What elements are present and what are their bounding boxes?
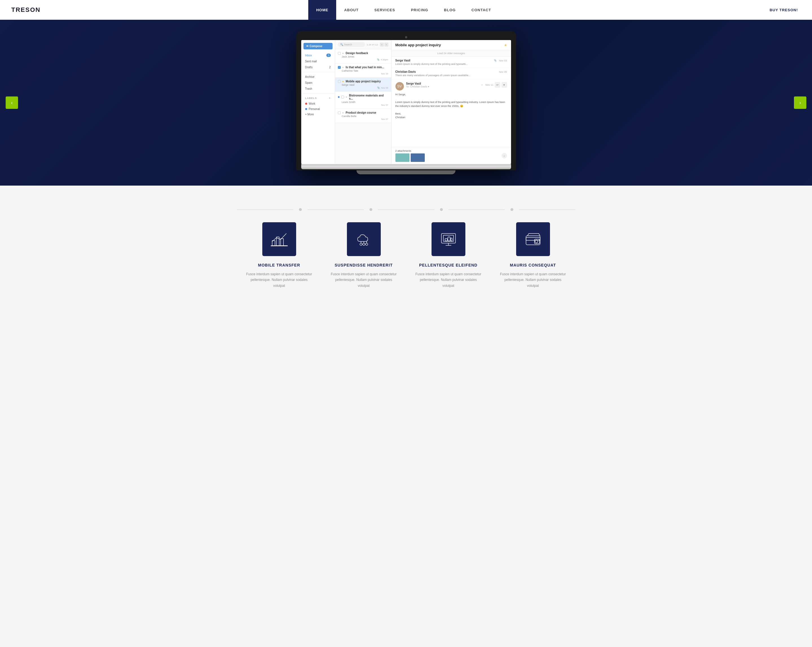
nav-blog[interactable]: BLOG bbox=[436, 0, 464, 20]
compose-button[interactable]: ✏ Compose bbox=[304, 43, 333, 49]
list-item[interactable]: ★ Bistronome materials and s... Lewis Sm… bbox=[335, 92, 391, 109]
svg-rect-15 bbox=[445, 239, 447, 241]
logo: TRESON bbox=[11, 6, 41, 14]
chart-icon bbox=[271, 231, 288, 248]
search-icon: 🔍 bbox=[340, 43, 343, 46]
mail-list-header: 🔍 Search 1-24 of 112 ‹ › bbox=[335, 40, 391, 49]
detail-star-icon[interactable]: ★ bbox=[504, 43, 507, 47]
feat-line bbox=[519, 209, 575, 210]
label-personal[interactable]: Personal bbox=[301, 106, 335, 112]
sidebar-inbox[interactable]: Inbox 3 bbox=[301, 52, 335, 58]
hero-next-button[interactable]: › bbox=[794, 96, 806, 109]
message-actions: ↩ ▾ bbox=[495, 82, 507, 88]
mail-checkbox[interactable] bbox=[338, 80, 341, 83]
wallet-icon bbox=[525, 231, 542, 248]
sidebar-trash[interactable]: Trash bbox=[301, 86, 335, 92]
attachment-thumb-2[interactable] bbox=[411, 153, 425, 162]
thread-item[interactable]: Christian Davis Nov 05 There are many va… bbox=[391, 68, 511, 79]
mail-sidebar: ✏ Compose Inbox 3 Sent mail Drafts 2 bbox=[301, 40, 335, 164]
mail-checkbox[interactable] bbox=[338, 52, 341, 55]
mail-detail: Mobile app project inquiry ★ Load 24 old… bbox=[391, 40, 511, 164]
label-dot-blue bbox=[305, 108, 307, 110]
star-icon[interactable]: ★ bbox=[342, 80, 344, 83]
list-item[interactable]: ✓ ★ Is that what you had in min... Cathe… bbox=[335, 64, 391, 78]
cloud-icon bbox=[356, 231, 372, 248]
list-item[interactable]: ★ Mobile app project inquiry Serge Vasil… bbox=[335, 78, 391, 92]
feature-icon-box-3 bbox=[432, 222, 466, 256]
unread-dot bbox=[338, 96, 340, 98]
sidebar-spam[interactable]: Spam bbox=[301, 80, 335, 86]
nav-about[interactable]: ABOUT bbox=[336, 0, 366, 20]
feature-mauris: MAURIS CONSEQUAT Fusce interdum sapien u… bbox=[491, 222, 575, 288]
feature-desc: Fusce interdum sapien ut quam consectetu… bbox=[499, 271, 567, 288]
feat-line bbox=[237, 209, 293, 210]
message-text: Hi Serge, Lorem Ipsum is simply dummy te… bbox=[395, 93, 507, 120]
feat-dot bbox=[510, 208, 513, 211]
features-dots bbox=[237, 208, 575, 211]
svg-rect-16 bbox=[448, 237, 450, 241]
svg-rect-4 bbox=[271, 246, 288, 246]
feat-dot bbox=[299, 208, 302, 211]
label-more[interactable]: + More bbox=[301, 112, 335, 117]
feat-dot bbox=[369, 208, 372, 211]
hero-prev-button[interactable]: ‹ bbox=[6, 96, 18, 109]
star-icon[interactable]: ★ bbox=[342, 52, 344, 55]
monitor-icon bbox=[440, 231, 457, 248]
features-section: MOBILE TRANSFER Fusce interdum sapien ut… bbox=[0, 186, 812, 311]
nav-services[interactable]: SERVICES bbox=[366, 0, 403, 20]
nav-home[interactable]: HOME bbox=[308, 0, 336, 20]
features-inner: MOBILE TRANSFER Fusce interdum sapien ut… bbox=[237, 208, 575, 288]
mail-checkbox[interactable]: ✓ bbox=[338, 66, 341, 69]
attachment-thumb-1[interactable] bbox=[395, 153, 409, 162]
compose-icon: ✏ bbox=[306, 44, 308, 48]
thread-item[interactable]: Serge Vasil 📎 Nov 03 Lorem Ipsum is simp… bbox=[391, 57, 511, 68]
nav-pricing[interactable]: PRICING bbox=[403, 0, 436, 20]
svg-rect-2 bbox=[281, 239, 284, 246]
sidebar-archive[interactable]: Archive bbox=[301, 74, 335, 80]
attachments-section: 2 attachments ↓ bbox=[391, 147, 511, 164]
sidebar-drafts[interactable]: Drafts 2 bbox=[301, 64, 335, 70]
nav-links: HOME ABOUT SERVICES PRICING BLOG CONTACT bbox=[41, 0, 767, 20]
thread-attach-icon: 📎 bbox=[494, 59, 497, 62]
features-grid: MOBILE TRANSFER Fusce interdum sapien ut… bbox=[237, 222, 575, 288]
download-button[interactable]: ↓ bbox=[501, 153, 507, 159]
attachment-icon: 📎 bbox=[377, 58, 380, 61]
mail-prev-button[interactable]: ‹ bbox=[380, 43, 384, 47]
labels-header: LABELS + bbox=[301, 95, 335, 101]
mail-nav-buttons: ‹ › bbox=[380, 43, 388, 47]
feat-dot bbox=[440, 208, 443, 211]
star-icon[interactable]: ★ bbox=[345, 96, 348, 98]
mail-checkbox[interactable] bbox=[338, 111, 341, 114]
sidebar-sent[interactable]: Sent mail bbox=[301, 58, 335, 64]
search-box[interactable]: 🔍 Search bbox=[338, 42, 365, 47]
mail-app: ✏ Compose Inbox 3 Sent mail Drafts 2 bbox=[301, 40, 511, 164]
star-icon[interactable]: ★ bbox=[342, 66, 344, 69]
star-icon[interactable]: ★ bbox=[342, 111, 344, 114]
feature-icon-box-2 bbox=[347, 222, 381, 256]
nav-contact[interactable]: CONTACT bbox=[464, 0, 499, 20]
feature-icon-box-1 bbox=[262, 222, 296, 256]
load-older[interactable]: Load 24 older messages bbox=[391, 50, 511, 57]
laptop-stand bbox=[357, 170, 455, 174]
more-button[interactable]: ▾ bbox=[501, 82, 507, 88]
svg-rect-19 bbox=[526, 238, 540, 240]
mail-next-button[interactable]: › bbox=[385, 43, 388, 47]
message-meta: Serge Vasil To: Christian Davis ▾ bbox=[406, 82, 479, 88]
buy-button[interactable]: BUY TRESON! bbox=[767, 8, 801, 12]
feature-title: MAURIS CONSEQUAT bbox=[510, 263, 556, 267]
feature-desc: Fusce interdum sapien ut quam consectetu… bbox=[415, 271, 482, 288]
svg-point-7 bbox=[366, 243, 368, 246]
detail-header: Mobile app project inquiry ★ bbox=[391, 40, 511, 50]
list-item[interactable]: ★ Product design course Camilla Belle No… bbox=[335, 109, 391, 123]
sidebar-divider bbox=[301, 72, 335, 72]
label-work[interactable]: Work bbox=[301, 101, 335, 106]
attachment-icon: 📎 bbox=[377, 87, 380, 89]
message-star-icon[interactable]: ★ bbox=[481, 84, 483, 86]
reply-button[interactable]: ↩ bbox=[495, 82, 500, 88]
feature-title: PELLENTESQUE ELEIFEND bbox=[419, 263, 478, 267]
mail-checkbox[interactable] bbox=[341, 96, 344, 98]
list-item[interactable]: ★ Design feedback Jack Jones 📎 4:30pm bbox=[335, 49, 391, 64]
feature-mobile-transfer: MOBILE TRANSFER Fusce interdum sapien ut… bbox=[237, 222, 322, 288]
feature-pellentesque: PELLENTESQUE ELEIFEND Fusce interdum sap… bbox=[406, 222, 491, 288]
svg-rect-0 bbox=[272, 241, 275, 246]
